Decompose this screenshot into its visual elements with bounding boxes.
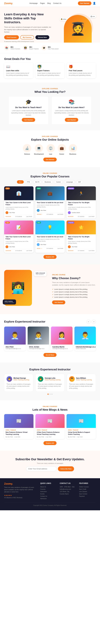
- footer-feat-online[interactable]: Online Courses: [79, 486, 96, 488]
- footer-link-instructors[interactable]: Instructors: [40, 490, 57, 493]
- course-desc-4: Lorem Ipsum is simply dummy text of the …: [37, 238, 63, 242]
- footer-feat-live[interactable]: Live Classes: [79, 490, 96, 493]
- footer-featured-list: Online Courses Earn Credit Live Classes …: [79, 486, 96, 498]
- newsletter-input[interactable]: [26, 466, 57, 471]
- tab-language[interactable]: Language: [64, 180, 75, 184]
- why-badge-safe-sub: Total Students: [36, 274, 45, 275]
- subject-item-0[interactable]: 🔬 Science: [23, 144, 31, 155]
- why-badge-safe: Safe & Secured Total Students: [34, 271, 46, 276]
- deal-title-1: Expert Trainers: [37, 70, 63, 72]
- looking-btn-teach[interactable]: Get Started: [22, 118, 35, 122]
- tab-all[interactable]: ALL: [17, 180, 24, 184]
- tab-pte[interactable]: PTE: [25, 180, 32, 184]
- nav-link-pages[interactable]: Pages: [40, 2, 45, 4]
- subject-icon-1: 💻: [35, 144, 43, 152]
- footer-link-about[interactable]: About Us: [40, 486, 57, 488]
- course-title-0: Take Your Career to the Next Level Futur…: [6, 202, 32, 206]
- inst-desc-2: There are many variations of passages of…: [69, 383, 93, 389]
- dot-0[interactable]: [47, 394, 48, 395]
- course-rating-5: ★★★★★: [68, 250, 73, 251]
- footer-link-admission[interactable]: Admission: [40, 498, 57, 500]
- looking-grid: 🎓 Do You Want to Teach Here? Lorem Ipsum…: [8, 96, 92, 125]
- course-card-4: New 💡 Your Career to build for the pro l…: [35, 220, 65, 253]
- inst-avatar-2: 👨: [69, 376, 75, 382]
- course-students-1: 20 Students: [46, 214, 53, 215]
- tab-ielts[interactable]: IELTS: [33, 180, 41, 184]
- why-get-started-btn[interactable]: Get Started: [52, 300, 65, 304]
- dot-1[interactable]: [49, 394, 51, 395]
- inst-desc-1: There are many variations of passages of…: [38, 383, 62, 389]
- subjects-grid: 🔬 Science 💻 Development ⚖️ Law 💼 Career …: [4, 144, 96, 155]
- instructor-enroll-btn[interactable]: Enroll Now: [43, 353, 56, 357]
- stat-icon-2: 🎓: [41, 45, 46, 50]
- inst-avatar-1: 👩: [38, 376, 43, 382]
- subjects-explore-btn[interactable]: Get Started: [43, 158, 57, 162]
- course-students-2: 20 Students: [78, 216, 84, 217]
- tab-business[interactable]: Business: [42, 180, 53, 184]
- looking-title: What You Looking For?: [4, 90, 96, 94]
- deal-card-0: 📖 Learn New skills Lorem Ipsum is simply…: [4, 63, 33, 78]
- stat-text-2: 00+ Free Trial Lesson: [48, 46, 59, 50]
- find-courses-button[interactable]: Find Courses: [4, 35, 19, 40]
- why-check-3: ✓ Lorem Ipsum is simply dummy text of th…: [52, 296, 96, 298]
- started-button[interactable]: Started Now: [35, 35, 49, 40]
- footer-link-contact[interactable]: Contact Us: [40, 495, 57, 498]
- stat-item-0: 📚 00+ Online Courses: [4, 45, 20, 50]
- footer-feat-payment[interactable]: Payment: [79, 495, 96, 498]
- hero-text: Learn Everyday & Any New Skills Online w…: [4, 12, 52, 42]
- great-deals-section: Great Deals For You 📖 Learn New skills L…: [0, 53, 100, 82]
- instructor-grid-title: Explore Experienced Instructor: [4, 320, 45, 323]
- footer-link-courses[interactable]: Courses: [40, 488, 57, 490]
- blogs-explore-btn[interactable]: Explore All: [43, 441, 56, 445]
- footer-feat-earn[interactable]: Earn Credit: [79, 488, 96, 490]
- nav-link-blog[interactable]: Blog: [47, 2, 51, 4]
- instructor-next-btn[interactable]: →: [92, 320, 96, 324]
- why-check-0: ✓ Lorem Ipsum is simply dummy text of th…: [52, 288, 96, 290]
- looking-card-learn: 📚 Do You Want to Learn Here? Lorem Ipsum…: [52, 96, 92, 125]
- course-avatar-2: C: [68, 211, 71, 214]
- footer-link-events[interactable]: Events: [40, 493, 57, 495]
- blog-img-0: 📰: [4, 414, 33, 428]
- instructor-prev-btn[interactable]: ←: [86, 320, 90, 324]
- footer-brand: Zoomy. There are many variations of pass…: [4, 482, 37, 500]
- footer-top: Zoomy. There are many variations of pass…: [4, 482, 96, 500]
- why-badge-catalog: 100% Catalog Quality Education: [3, 300, 16, 304]
- subject-item-1[interactable]: 💻 Development: [34, 144, 44, 155]
- course-avatar-4: A: [37, 243, 40, 246]
- subject-item-3[interactable]: 💼 Career: [58, 144, 66, 155]
- tab-sat[interactable]: SAT: [76, 180, 83, 184]
- footer-feat-quiz[interactable]: Quiz Contest: [79, 493, 96, 495]
- course-img-5: Popular 🌟: [67, 220, 96, 234]
- hero-buttons: Find Courses My Courses Started Now: [4, 35, 52, 40]
- nav-link-contact[interactable]: Contact Us: [53, 2, 61, 4]
- course-rating-3: ★★★★★: [6, 250, 11, 251]
- instructor-card-1: 👨‍💼 Chris Jordan Client@clientdesign.co.…: [28, 326, 49, 351]
- blog-tag-1: Online · Featured: [37, 429, 63, 431]
- footer-col-quick: QUICK LINKS About Us Courses Instructors…: [40, 482, 57, 500]
- instructor-img-3: 👨‍💼: [74, 326, 96, 344]
- course-card-0: Sale 👔 Take Your Career to the Next Leve…: [4, 186, 33, 218]
- courses-grid: Sale 👔 Take Your Career to the Next Leve…: [4, 186, 96, 253]
- get-started-button[interactable]: Get Started: [78, 2, 91, 5]
- my-courses-button[interactable]: My Courses: [20, 35, 34, 40]
- dot-2[interactable]: [52, 394, 53, 395]
- looking-btn-learn[interactable]: Get Started: [65, 118, 78, 122]
- stat-icon-1: 👩‍🏫: [23, 45, 28, 50]
- subject-item-2[interactable]: ⚖️ Law: [46, 144, 55, 155]
- course-avatar-1: A: [37, 209, 40, 212]
- user-icon[interactable]: 👤: [93, 2, 96, 5]
- instructor-card-3: 👨‍💼 Client@clientdesign.co.a Online Inst…: [74, 326, 96, 351]
- looking-card-teach: 🎓 Do You Want to Teach Here? Lorem Ipsum…: [8, 96, 48, 125]
- instructor-role-1: Client@clientdesign.co.a: [29, 348, 48, 349]
- blog-img-2: 📰: [67, 414, 96, 428]
- stat-count-1: 00+: [29, 46, 39, 48]
- inst-avatar-0: 👨: [7, 376, 12, 382]
- subject-item-4[interactable]: 📊 Business: [69, 144, 77, 155]
- newsletter-subscribe-btn[interactable]: Subscribe Now: [58, 466, 74, 471]
- course-badge-2: Popular: [68, 188, 74, 190]
- course-title-2: Take it Course For You Bright Future: [68, 202, 94, 206]
- tab-career[interactable]: Career: [54, 180, 63, 184]
- nav-link-homepage[interactable]: Homepage: [29, 2, 38, 4]
- course-card-1: New 💼 Your Career to build for the pro l…: [35, 186, 65, 218]
- courses-explore-btn[interactable]: Explore All: [43, 255, 56, 259]
